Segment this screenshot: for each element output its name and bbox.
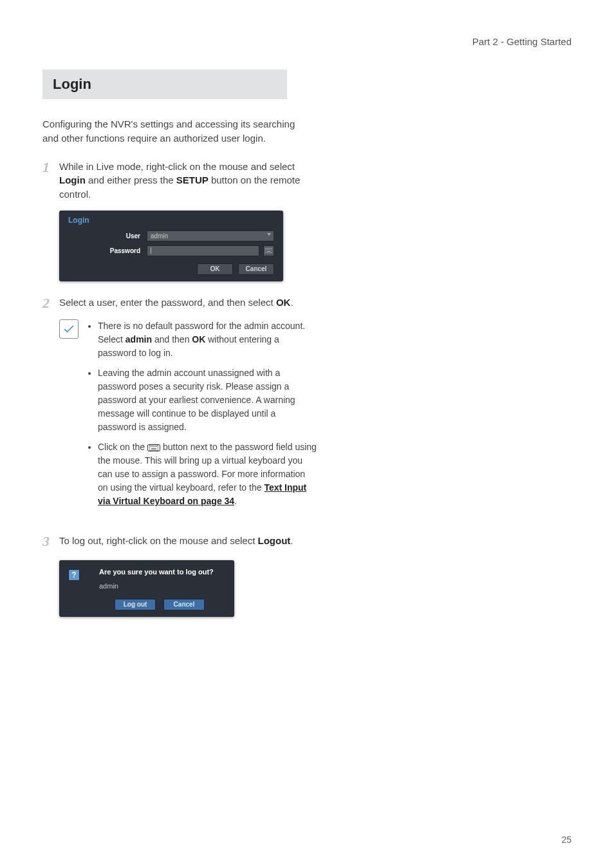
logout-user: admin (99, 582, 214, 590)
note-block: There is no default password for the adm… (59, 319, 317, 514)
checkmark-icon (59, 319, 79, 339)
svg-rect-5 (266, 251, 270, 252)
text: . (290, 297, 293, 308)
ok-button[interactable]: OK (197, 263, 233, 275)
logout-dialog: ? Are you sure you want to log out? admi… (59, 560, 234, 617)
logout-message: Are you sure you want to log out? (99, 568, 214, 576)
step-1: 1 While in Live mode, right-click on the… (42, 160, 313, 202)
svg-rect-3 (269, 249, 270, 250)
svg-rect-4 (270, 249, 270, 250)
login-dialog: Login User admin Password OK Cancel (59, 211, 283, 281)
login-dialog-buttons: OK Cancel (59, 258, 283, 275)
note-item: Leaving the admin account unassigned wit… (98, 366, 317, 434)
svg-rect-0 (265, 249, 272, 253)
chevron-down-icon (267, 233, 271, 236)
question-icon: ? (68, 569, 80, 581)
password-row: Password (59, 243, 283, 258)
user-row: User admin (59, 229, 283, 243)
user-label: User (68, 232, 147, 240)
step-number: 1 (42, 160, 59, 175)
logout-button[interactable]: Log out (115, 599, 156, 610)
text: To log out, right-click on the mouse and… (59, 535, 258, 546)
keyboard-icon (265, 248, 272, 253)
section-title-bar: Login (42, 70, 287, 99)
logout-dialog-buttons: Log out Cancel (68, 599, 225, 610)
step-3-text: To log out, right-click on the mouse and… (59, 534, 313, 548)
text: Click on the (98, 442, 147, 452)
svg-rect-10 (155, 446, 156, 447)
step-number: 3 (42, 534, 59, 549)
svg-rect-2 (268, 249, 268, 250)
breadcrumb: Part 2 - Getting Started (472, 36, 572, 47)
intro-paragraph: Configuring the NVR's settings and acces… (42, 117, 300, 146)
section-title: Login (53, 76, 277, 93)
text: . (234, 496, 237, 506)
bold-text: OK (276, 297, 291, 308)
step-number: 2 (42, 296, 59, 310)
keyboard-icon (147, 444, 160, 451)
svg-rect-7 (151, 446, 151, 447)
logout-dialog-top: ? Are you sure you want to log out? admi… (68, 568, 225, 590)
note-list: There is no default password for the adm… (88, 319, 317, 514)
step-1-text: While in Live mode, right-click on the m… (59, 160, 313, 202)
bold-text: SETUP (176, 175, 209, 185)
bold-text: Login (59, 175, 86, 185)
bold-text: admin (126, 334, 152, 344)
page-number: 25 (561, 835, 572, 845)
text: and either press the (86, 175, 176, 185)
svg-rect-6 (149, 445, 158, 451)
login-dialog-title: Login (59, 211, 283, 229)
text: While in Live mode, right-click on the m… (59, 161, 295, 172)
svg-rect-8 (152, 446, 153, 447)
step-2-text: Select a user, enter the password, and t… (59, 296, 313, 310)
step-2: 2 Select a user, enter the password, and… (42, 296, 313, 310)
note-item: There is no default password for the adm… (98, 319, 317, 360)
text: Select a user, enter the password, and t… (59, 297, 276, 308)
svg-rect-1 (266, 249, 267, 250)
password-input[interactable] (147, 245, 259, 256)
svg-rect-11 (156, 446, 157, 447)
text: and then (152, 334, 192, 344)
step-3: 3 To log out, right-click on the mouse a… (42, 534, 313, 549)
note-item: Click on the button next to the password… (98, 440, 317, 508)
bold-text: OK (192, 334, 205, 344)
bold-text: Logout (258, 535, 291, 546)
svg-rect-9 (153, 446, 154, 447)
svg-rect-12 (151, 448, 156, 449)
text: . (290, 535, 293, 546)
user-value: admin (151, 232, 168, 240)
password-label: Password (68, 247, 147, 254)
user-select[interactable]: admin (147, 231, 274, 241)
cancel-button[interactable]: Cancel (238, 263, 274, 275)
cancel-button[interactable]: Cancel (163, 599, 205, 610)
keyboard-icon-button[interactable] (263, 245, 274, 256)
